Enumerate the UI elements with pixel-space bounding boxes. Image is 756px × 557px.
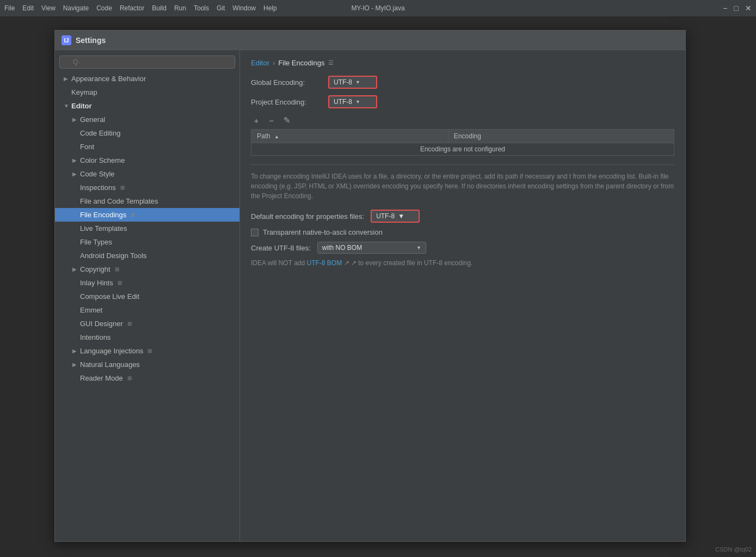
column-encoding-label: Encoding [454,132,481,140]
tree-label-reader-mode: Reader Mode [80,374,123,382]
tree-item-general[interactable]: ▶ General [55,113,239,126]
tree-item-appearance[interactable]: ▶ Appearance & Behavior [55,72,239,85]
expand-arrow-language-injections: ▶ [72,348,78,354]
bom-dropdown-arrow: ▼ [416,245,421,250]
encodings-table: Path ▲ Encoding Encodings are not config… [251,129,674,156]
tree-item-gui-designer[interactable]: GUI Designer ⊞ [55,317,239,330]
transparent-checkbox[interactable] [251,229,259,236]
default-encoding-value: UTF-8 [376,212,395,220]
tree-item-color-scheme[interactable]: ▶ Color Scheme [55,154,239,167]
settings-search-input[interactable] [59,56,235,69]
bom-dropdown[interactable]: with NO BOM ▼ [317,242,426,254]
minimize-button[interactable]: − [723,4,727,13]
bom-value: with NO BOM [322,244,362,252]
tree-label-file-encodings: File Encodings [80,211,126,219]
tree-item-editor[interactable]: ▼ Editor [55,99,239,113]
project-encoding-arrow: ▼ [355,99,360,105]
tree-label-emmet: Emmet [80,306,102,314]
table-empty-message: Encodings are not configured [251,143,674,156]
create-utf8-row: Create UTF-8 files: with NO BOM ▼ [251,242,674,254]
settings-body: 🔍 ▶ Appearance & Behavior Keymap ▼ Edito… [55,50,685,541]
tree-label-appearance: Appearance & Behavior [71,75,146,83]
footer-note-link[interactable]: UTF-8 BOM [306,259,342,267]
tree-label-file-code-templates: File and Code Templates [80,197,158,205]
tree-item-file-encodings[interactable]: File Encodings ⊞ [55,208,239,222]
tree-item-intentions[interactable]: Intentions [55,330,239,344]
settings-icon-inlay-hints: ⊞ [118,280,122,286]
tree-item-keymap[interactable]: Keymap [55,85,239,99]
table-toolbar: + − ✎ [251,115,674,126]
column-path-label: Path [257,132,271,140]
search-box-container: 🔍 [59,56,235,69]
global-encoding-label: Global Encoding: [251,78,322,87]
default-encoding-arrow: ▼ [398,212,404,220]
default-encoding-label: Default encoding for properties files: [251,212,364,221]
tree-item-code-style[interactable]: ▶ Code Style [55,167,239,181]
expand-arrow-appearance: ▶ [64,76,69,82]
menu-build[interactable]: Build [152,4,167,12]
menu-tools[interactable]: Tools [194,4,209,12]
dialog-icon: IJ [62,35,71,45]
menu-navigate[interactable]: Navigate [63,4,89,12]
transparent-checkbox-row: Transparent native-to-ascii conversion [251,228,674,236]
tree-item-file-types[interactable]: File Types [55,235,239,249]
footer-note-suffix: ↗ to every created file in UTF-8 encodin… [351,259,472,267]
add-encoding-button[interactable]: + [251,115,262,126]
column-path[interactable]: Path ▲ [251,130,448,143]
tree-item-inspections[interactable]: Inspections ⊞ [55,181,239,194]
tree-label-natural-languages: Natural Languages [80,360,140,369]
content-breadcrumb: Editor › File Encodings ☰ [251,59,674,67]
column-encoding[interactable]: Encoding [448,130,674,143]
global-encoding-row: Global Encoding: UTF-8 ▼ [251,76,674,89]
settings-dialog: IJ Settings 🔍 ▶ Appearance & Behavior Ke… [54,30,686,542]
settings-icon-inspections: ⊞ [120,185,125,191]
menu-window[interactable]: Window [232,4,256,12]
maximize-button[interactable]: □ [734,4,739,13]
menu-help[interactable]: Help [263,4,277,12]
tree-item-copyright[interactable]: ▶ Copyright ⊞ [55,262,239,276]
tree-label-inspections: Inspections [80,183,116,192]
breadcrumb-current: File Encodings [278,59,324,67]
menu-edit[interactable]: Edit [22,4,34,12]
title-bar: File Edit View Navigate Code Refactor Bu… [0,0,756,16]
tree-label-color-scheme: Color Scheme [80,156,125,164]
tree-item-file-code-templates[interactable]: File and Code Templates [55,194,239,208]
tree-item-emmet[interactable]: Emmet [55,303,239,317]
settings-icon-language-injections: ⊞ [147,348,152,354]
tree-item-android-design-tools[interactable]: Android Design Tools [55,249,239,262]
default-encoding-dropdown[interactable]: UTF-8 ▼ [371,210,420,223]
settings-titlebar: IJ Settings [55,30,685,50]
menu-git[interactable]: Git [217,4,225,12]
tree-item-font[interactable]: Font [55,140,239,154]
tree-item-inlay-hints[interactable]: Inlay Hints ⊞ [55,276,239,290]
menu-run[interactable]: Run [174,4,186,12]
column-path-sort-arrow: ▲ [274,134,279,139]
close-button[interactable]: ✕ [745,4,752,13]
expand-arrow-natural-languages: ▶ [72,362,78,368]
project-encoding-dropdown[interactable]: UTF-8 ▼ [328,95,377,108]
menu-refactor[interactable]: Refactor [120,4,144,12]
settings-tree: 🔍 ▶ Appearance & Behavior Keymap ▼ Edito… [55,50,240,541]
menu-view[interactable]: View [41,4,56,12]
tree-item-compose-live-edit[interactable]: Compose Live Edit [55,290,239,303]
breadcrumb-parent[interactable]: Editor [251,59,269,67]
tree-label-gui-designer: GUI Designer [80,320,123,328]
edit-encoding-button[interactable]: ✎ [281,115,292,126]
tree-item-reader-mode[interactable]: Reader Mode ⊞ [55,371,239,385]
tree-label-inlay-hints: Inlay Hints [80,279,113,287]
tree-item-live-templates[interactable]: Live Templates [55,222,239,235]
tree-item-code-editing[interactable]: Code Editing [55,126,239,140]
menu-code[interactable]: Code [96,4,112,12]
tree-item-natural-languages[interactable]: ▶ Natural Languages [55,358,239,371]
tree-label-live-templates: Live Templates [80,224,127,232]
breadcrumb-menu-icon[interactable]: ☰ [328,59,334,66]
tree-label-compose-live-edit: Compose Live Edit [80,292,139,301]
window-controls: − □ ✕ [723,4,752,13]
footer-note-arrow: ↗ [344,259,349,267]
menu-file[interactable]: File [4,4,15,12]
settings-icon-reader-mode: ⊞ [127,375,132,381]
global-encoding-dropdown[interactable]: UTF-8 ▼ [328,76,377,89]
remove-encoding-button[interactable]: − [266,115,277,126]
tree-label-android-design-tools: Android Design Tools [80,252,147,260]
tree-item-language-injections[interactable]: ▶ Language Injections ⊞ [55,344,239,358]
